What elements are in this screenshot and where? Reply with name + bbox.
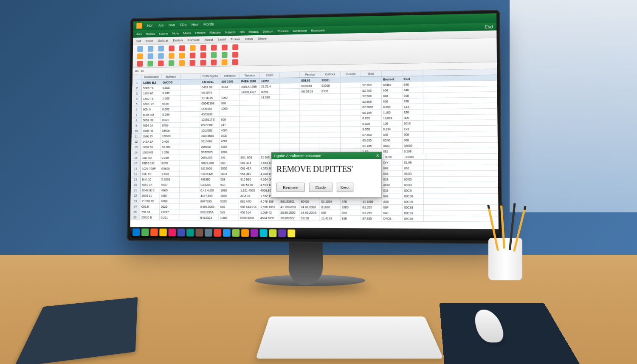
cell[interactable]: 80.91 [382,138,403,143]
cell[interactable]: BELS3801 [279,199,300,204]
cell[interactable] [280,100,300,105]
cell[interactable]: B,IK 10 [141,177,160,182]
cell[interactable] [341,138,361,143]
cell[interactable] [180,138,200,144]
close-icon[interactable]: X [376,153,379,158]
cell[interactable] [180,177,200,182]
cell[interactable] [240,95,260,100]
cell[interactable]: 12B8 56 [141,144,161,150]
cell[interactable]: 588 [219,177,239,182]
cell[interactable] [280,89,300,94]
ribbon-button[interactable] [147,45,155,52]
cell[interactable]: 5801 0K [141,182,160,187]
cell[interactable]: 508 644 014 [239,204,259,209]
cell[interactable] [300,110,320,116]
cell[interactable] [180,193,200,198]
row-number[interactable]: 9 [132,123,141,128]
cell[interactable]: 85000 [403,143,423,148]
cell[interactable]: 491900 [200,177,220,182]
cell[interactable] [280,94,300,99]
cell[interactable] [260,100,280,105]
cell[interactable]: Sc0 [341,210,361,215]
cell[interactable]: 28,90.2000 [279,210,300,215]
cell[interactable] [259,111,279,116]
cell[interactable]: 805 [403,115,423,121]
cell[interactable]: 1480 T8 [142,96,161,101]
cell[interactable]: 14035,K4R [240,89,260,94]
titlebar-item[interactable]: Hon [147,23,154,28]
taskbar-app-icon[interactable] [269,229,276,237]
column-header[interactable] [382,71,403,76]
cell[interactable]: 92,588 [361,93,382,99]
menu-item[interactable]: Rdsotor [209,31,221,34]
cell[interactable]: 8300 [320,88,341,94]
cell[interactable] [180,182,200,187]
cell[interactable]: 85.655 [361,138,382,143]
ribbon-tab[interactable]: Rosol [205,38,213,42]
ribbon-button[interactable] [157,45,165,52]
column-header[interactable] [280,72,300,78]
cell[interactable] [240,106,260,111]
row-number[interactable]: 14 [131,150,141,155]
taskbar-app-icon[interactable] [132,229,140,236]
cell[interactable] [280,105,300,110]
row-number[interactable]: 5 [132,102,142,107]
row-number[interactable]: 16 [131,161,141,166]
cell[interactable] [341,99,361,104]
cell[interactable] [180,198,200,203]
column-header[interactable]: Catrbor [320,71,341,77]
column-header[interactable]: Pervion [300,72,321,78]
row-number[interactable]: 8 [132,118,141,123]
cell[interactable]: 6788 [160,198,179,203]
cell[interactable] [279,138,300,143]
cell[interactable] [180,112,200,117]
cell[interactable] [180,106,200,111]
cell[interactable]: 3484 [220,84,240,89]
cell[interactable] [280,83,300,88]
cell[interactable]: 81,99 [403,160,423,165]
cell[interactable]: 848 [382,193,403,198]
cell[interactable]: 12257 [260,78,280,83]
cell[interactable] [240,138,259,144]
ribbon-button[interactable] [220,44,228,51]
cell[interactable]: 14EA 1A [141,139,161,144]
row-number[interactable]: 19 [131,177,141,182]
cell[interactable]: 24.80.2008 [299,204,320,209]
cell[interactable] [300,138,320,143]
cell[interactable]: 8305 [160,161,180,166]
ribbon-tab[interactable]: Komude [188,38,200,42]
row-number[interactable]: 13 [131,144,141,150]
cell[interactable] [180,96,200,101]
cell[interactable] [180,133,200,138]
taskbar-app-icon[interactable] [232,229,240,237]
cell[interactable] [180,117,200,122]
cell[interactable]: 4685 [220,127,240,133]
cell[interactable]: 00.83 [403,182,423,187]
column-header[interactable]: Srestobo [220,73,240,79]
taskbar-app-icon[interactable] [178,229,185,237]
cell[interactable]: 6190 0200 [239,215,259,220]
cell[interactable]: 828 [403,98,423,104]
menu-item[interactable]: Muns [183,31,191,35]
cell[interactable]: B1680 [320,204,340,209]
ribbon-button[interactable] [231,44,240,51]
row-number[interactable]: 2 [132,85,142,90]
row-number[interactable]: 7 [132,112,142,117]
cell[interactable]: 13,001 [382,115,403,120]
row-number[interactable]: 17 [131,166,141,171]
cell[interactable]: S6T2025 [200,150,220,155]
cell[interactable] [300,121,320,127]
cell[interactable]: 001,B [140,204,160,209]
cell[interactable]: 1.500 [161,96,181,101]
cell[interactable] [280,110,300,116]
cell[interactable] [181,85,200,90]
cell[interactable] [180,166,200,171]
cell[interactable] [300,127,320,132]
cell[interactable] [180,171,200,176]
cell[interactable]: 82.765 [361,87,382,93]
cell[interactable] [341,127,361,132]
cell[interactable]: 18.580 [260,94,280,99]
menu-item[interactable]: Aas [136,32,142,36]
cell[interactable] [259,122,279,127]
taskbar-app-icon[interactable] [278,229,286,237]
